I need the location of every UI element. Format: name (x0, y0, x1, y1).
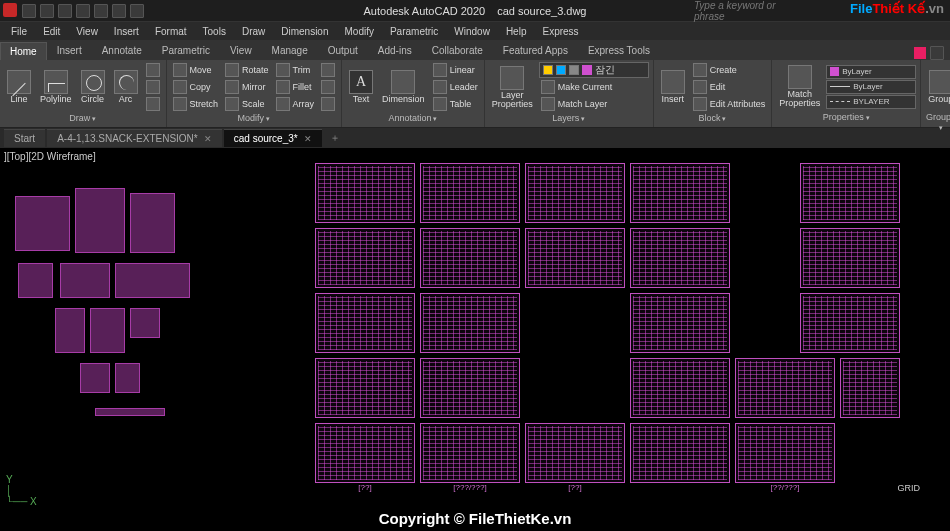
drawing-sheet[interactable]: [??/???] (735, 423, 835, 483)
panel-draw-title[interactable]: Draw (4, 112, 162, 125)
panel-groups-title[interactable]: Groups (925, 111, 950, 125)
fillet-button[interactable]: Fillet (274, 79, 317, 95)
tab-insert[interactable]: Insert (47, 41, 92, 60)
drawing-block[interactable] (55, 308, 85, 353)
extra-draw-1[interactable] (144, 62, 162, 78)
edit-block-button[interactable]: Edit (691, 79, 768, 95)
drawing-block[interactable] (75, 188, 125, 253)
edit-attr-button[interactable]: Edit Attributes (691, 96, 768, 112)
panel-block-title[interactable]: Block (658, 112, 768, 125)
copy-button[interactable]: Copy (171, 79, 221, 95)
menu-dimension[interactable]: Dimension (274, 25, 335, 38)
scale-button[interactable]: Scale (223, 96, 271, 112)
drawing-block[interactable] (15, 196, 70, 251)
drawing-block[interactable] (115, 363, 140, 393)
drawing-sheet[interactable] (315, 163, 415, 223)
doc-tab-2[interactable]: cad source_3*✕ (224, 129, 322, 147)
linetype-selector[interactable]: BYLAYER (826, 95, 916, 109)
circle-button[interactable]: Circle (78, 68, 108, 106)
qat-redo-icon[interactable] (130, 4, 144, 18)
tab-addins[interactable]: Add-ins (368, 41, 422, 60)
drawing-block[interactable] (18, 263, 53, 298)
drawing-sheet[interactable] (525, 228, 625, 288)
drawing-sheet[interactable] (735, 358, 835, 418)
app-icon[interactable] (3, 3, 17, 17)
tab-home[interactable]: Home (0, 42, 47, 60)
drawing-sheet[interactable] (630, 228, 730, 288)
menu-format[interactable]: Format (148, 25, 194, 38)
insert-block-button[interactable]: Insert (658, 68, 688, 106)
tab-parametric[interactable]: Parametric (152, 41, 220, 60)
close-tab-icon[interactable]: ✕ (304, 134, 312, 144)
linear-button[interactable]: Linear (431, 62, 480, 78)
match-properties-button[interactable]: Match Properties (776, 63, 823, 110)
drawing-sheet[interactable] (420, 163, 520, 223)
rotate-button[interactable]: Rotate (223, 62, 271, 78)
menu-express[interactable]: Express (535, 25, 585, 38)
tab-express[interactable]: Express Tools (578, 41, 660, 60)
panel-annotation-title[interactable]: Annotation (346, 112, 480, 125)
qat-plot-icon[interactable] (94, 4, 108, 18)
panel-modify-title[interactable]: Modify (171, 112, 338, 125)
drawing-sheet[interactable]: [??] (525, 423, 625, 483)
drawing-sheet[interactable] (420, 358, 520, 418)
drawing-block[interactable] (130, 193, 175, 253)
menu-edit[interactable]: Edit (36, 25, 67, 38)
polyline-button[interactable]: Polyline (37, 68, 75, 106)
match-layer-button[interactable]: Match Layer (539, 96, 649, 112)
text-button[interactable]: Text (346, 68, 376, 106)
drawing-sheet[interactable]: [??] (315, 423, 415, 483)
layer-selector[interactable]: 잠긴 (539, 62, 649, 78)
qat-open-icon[interactable] (40, 4, 54, 18)
qat-save-icon[interactable] (58, 4, 72, 18)
doc-tab-start[interactable]: Start (4, 129, 45, 147)
close-tab-icon[interactable]: ✕ (204, 134, 212, 144)
qat-undo-icon[interactable] (112, 4, 126, 18)
menu-insert[interactable]: Insert (107, 25, 146, 38)
drawing-sheet[interactable] (630, 358, 730, 418)
menu-window[interactable]: Window (447, 25, 497, 38)
color-selector[interactable]: ByLayer (826, 65, 916, 79)
stretch-button[interactable]: Stretch (171, 96, 221, 112)
mirror-button[interactable]: Mirror (223, 79, 271, 95)
trim-button[interactable]: Trim (274, 62, 317, 78)
drawing-sheet[interactable] (525, 163, 625, 223)
group-button[interactable]: Group (925, 68, 950, 106)
tab-collaborate[interactable]: Collaborate (422, 41, 493, 60)
drawing-sheet[interactable] (315, 293, 415, 353)
tab-featured[interactable]: Featured Apps (493, 41, 578, 60)
modify-ext-1[interactable] (319, 62, 337, 78)
drawing-sheet[interactable] (630, 423, 730, 483)
doc-tab-1[interactable]: A-4-1,13.SNACK-EXTENSION*✕ (47, 129, 222, 147)
color-swatch-icon[interactable] (914, 47, 926, 59)
drawing-sheet[interactable] (800, 228, 900, 288)
menu-file[interactable]: File (4, 25, 34, 38)
drawing-block[interactable] (95, 408, 165, 416)
dimension-button[interactable]: Dimension (379, 68, 428, 106)
line-button[interactable]: Line (4, 68, 34, 106)
drawing-block[interactable] (90, 308, 125, 353)
drawing-block[interactable] (130, 308, 160, 338)
panel-layers-title[interactable]: Layers (489, 112, 649, 125)
drawing-canvas[interactable]: ][Top][2D Wireframe] [??] [???/???] [??]… (0, 148, 950, 531)
drawing-sheet[interactable] (800, 163, 900, 223)
tab-output[interactable]: Output (318, 41, 368, 60)
tab-manage[interactable]: Manage (262, 41, 318, 60)
drawing-sheet[interactable] (315, 358, 415, 418)
drawing-sheet[interactable] (800, 293, 900, 353)
new-tab-button[interactable]: ＋ (324, 129, 346, 147)
modify-ext-2[interactable] (319, 79, 337, 95)
make-current-button[interactable]: Make Current (539, 79, 649, 95)
drawing-sheet[interactable] (630, 163, 730, 223)
leader-button[interactable]: Leader (431, 79, 480, 95)
view-label[interactable]: ][Top][2D Wireframe] (4, 151, 96, 162)
menu-modify[interactable]: Modify (338, 25, 381, 38)
qat-new-icon[interactable] (22, 4, 36, 18)
extra-draw-3[interactable] (144, 96, 162, 112)
extra-draw-2[interactable] (144, 79, 162, 95)
search-input[interactable]: Type a keyword or phrase (690, 0, 800, 23)
drawing-block[interactable] (115, 263, 190, 298)
qat-saveas-icon[interactable] (76, 4, 90, 18)
drawing-sheet[interactable] (420, 293, 520, 353)
drawing-sheet[interactable] (840, 358, 900, 418)
